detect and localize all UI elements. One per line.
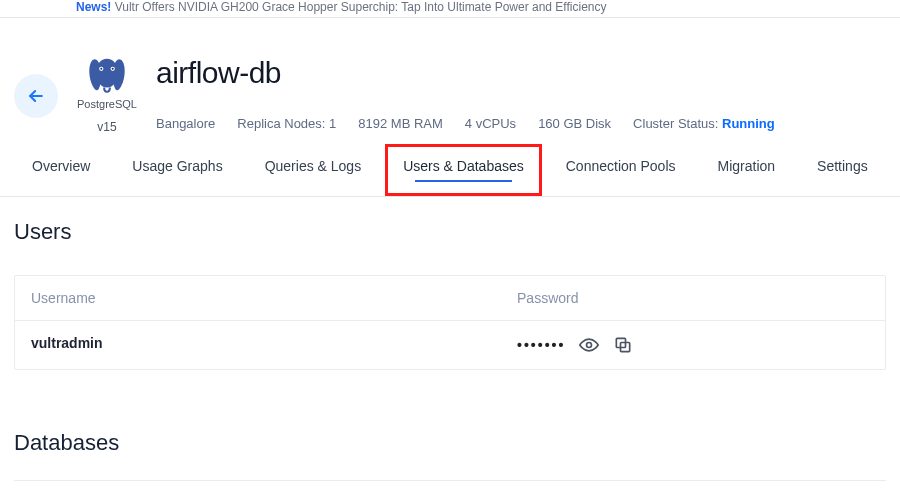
news-banner: News! Vultr Offers NVIDIA GH200 Grace Ho… bbox=[0, 0, 900, 18]
back-button[interactable] bbox=[14, 74, 58, 118]
databases-divider bbox=[14, 480, 886, 481]
databases-section: Databases bbox=[0, 370, 900, 466]
copy-icon bbox=[613, 335, 633, 355]
tab-queries[interactable]: Queries & Logs bbox=[247, 144, 380, 196]
postgresql-elephant-icon bbox=[84, 56, 130, 96]
tab-underline bbox=[274, 180, 351, 182]
news-label: News! bbox=[76, 0, 111, 14]
meta-ram: 8192 MB RAM bbox=[358, 116, 443, 131]
arrow-left-icon bbox=[26, 86, 46, 106]
tab-label: Settings bbox=[817, 158, 868, 174]
copy-password-button[interactable] bbox=[613, 335, 633, 355]
users-heading: Users bbox=[14, 219, 886, 245]
meta-disk: 160 GB Disk bbox=[538, 116, 611, 131]
meta-region: Bangalore bbox=[156, 116, 215, 131]
table-row: vultradmin••••••• bbox=[15, 321, 885, 369]
tab-users[interactable]: Users & Databases bbox=[385, 144, 542, 196]
col-header-username: Username bbox=[31, 290, 517, 306]
tab-underline bbox=[577, 180, 665, 182]
svg-point-5 bbox=[112, 68, 114, 70]
meta-replica: Replica Nodes: 1 bbox=[237, 116, 336, 131]
tab-pools[interactable]: Connection Pools bbox=[548, 144, 694, 196]
tab-settings[interactable]: Settings bbox=[799, 144, 886, 196]
cell-username: vultradmin bbox=[31, 335, 517, 355]
tab-label: Connection Pools bbox=[566, 158, 676, 174]
cell-password: ••••••• bbox=[517, 335, 869, 355]
meta-status-label: Cluster Status: bbox=[633, 116, 718, 131]
tab-usage[interactable]: Usage Graphs bbox=[114, 144, 240, 196]
cluster-meta: Bangalore Replica Nodes: 1 8192 MB RAM 4… bbox=[156, 116, 886, 131]
tab-migration[interactable]: Migration bbox=[700, 144, 794, 196]
svg-point-1 bbox=[96, 59, 119, 88]
tab-label: Queries & Logs bbox=[265, 158, 362, 174]
password-masked: ••••••• bbox=[517, 337, 565, 353]
db-logo-block: PostgreSQL v15 bbox=[76, 56, 138, 134]
col-header-password: Password bbox=[517, 290, 869, 306]
users-table-head: Username Password bbox=[15, 276, 885, 321]
tab-underline bbox=[723, 180, 769, 182]
eye-icon bbox=[579, 335, 599, 355]
meta-vcpu: 4 vCPUs bbox=[465, 116, 516, 131]
tabs: OverviewUsage GraphsQueries & LogsUsers … bbox=[0, 144, 900, 197]
tab-underline bbox=[38, 180, 85, 182]
tab-underline bbox=[141, 180, 213, 182]
meta-status: Cluster Status: Running bbox=[633, 116, 775, 131]
db-type: PostgreSQL bbox=[77, 98, 137, 110]
tab-label: Usage Graphs bbox=[132, 158, 222, 174]
svg-point-4 bbox=[100, 68, 102, 70]
news-text: Vultr Offers NVIDIA GH200 Grace Hopper S… bbox=[115, 0, 607, 14]
tab-label: Migration bbox=[718, 158, 776, 174]
tab-underline bbox=[822, 180, 862, 182]
page-title: airflow-db bbox=[156, 56, 886, 90]
tab-label: Overview bbox=[32, 158, 90, 174]
tab-overview[interactable]: Overview bbox=[14, 144, 108, 196]
db-version: v15 bbox=[97, 120, 116, 134]
reveal-password-button[interactable] bbox=[579, 335, 599, 355]
databases-heading: Databases bbox=[14, 430, 886, 456]
meta-status-value: Running bbox=[722, 116, 775, 131]
header: PostgreSQL v15 airflow-db Bangalore Repl… bbox=[0, 18, 900, 144]
users-section: Users bbox=[0, 197, 900, 255]
users-table: Username Password vultradmin••••••• bbox=[14, 275, 886, 370]
tab-underline bbox=[415, 180, 511, 182]
svg-point-6 bbox=[587, 343, 592, 348]
tab-label: Users & Databases bbox=[403, 158, 524, 174]
